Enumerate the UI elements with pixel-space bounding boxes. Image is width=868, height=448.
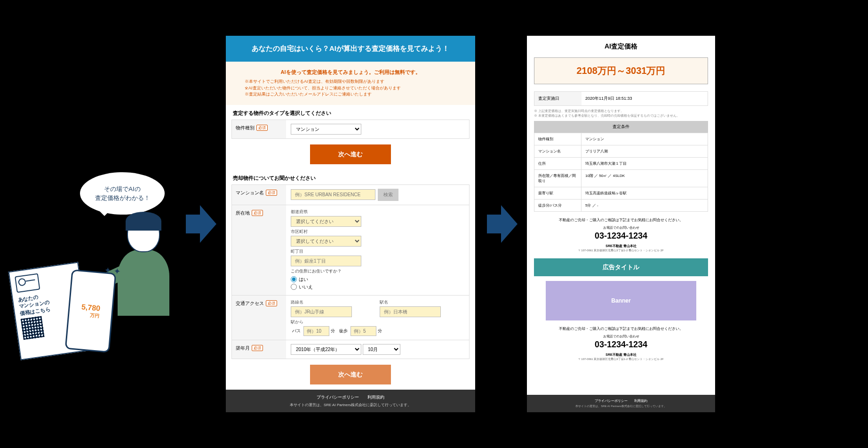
contact-addr-2: 〒107-0061 東京都港区北青山3丁目1-2 青山セント・シオンビル 2F <box>527 357 715 361</box>
result-price: 2108万円～3031万円 <box>577 65 666 76</box>
property-type-label: 物件種別 必須 <box>232 120 286 138</box>
contact-sub: お電話でのお問い合わせ <box>527 225 715 230</box>
required-badge: 必須 <box>256 125 268 131</box>
cond-value: マンション <box>581 133 708 145</box>
phone-illustration: ✦ ✦ 5,780万円 <box>65 269 116 353</box>
date-label: 査定実施日 <box>534 92 581 105</box>
cond-label: 徒歩分/バス分 <box>534 200 581 211</box>
contact-addr: 〒107-0061 東京都港区北青山3丁目1-2 青山セント・シオンビル 2F <box>527 248 715 253</box>
result-price-box: 2108万円～3031万円 <box>534 57 708 84</box>
condition-row: 最寄り駅埼玉高速鉄道線鳩ヶ谷駅 <box>534 187 708 200</box>
bus-input[interactable] <box>303 326 329 336</box>
city-label: 市区町村 <box>291 229 464 235</box>
terms-link[interactable]: 利用規約 <box>634 399 647 402</box>
form-header: あなたの自宅はいくら？AIが算出する査定価格を見てみよう！ <box>226 36 475 62</box>
result-footer: プライバシーポリシー 利用規約 本サイトの運営は、SRE AI Partners… <box>527 395 715 412</box>
form-notice: AIを使って査定価格を見てみましょう。ご利用は無料です。 ※本サイトでご利用いた… <box>226 62 475 105</box>
ad-banner[interactable]: Banner <box>546 281 696 320</box>
privacy-link[interactable]: プライバシーポリシー <box>317 395 359 400</box>
required-badge: 必須 <box>252 210 263 216</box>
next-button-1[interactable]: 次へ進む <box>310 144 391 164</box>
form-panel: あなたの自宅はいくら？AIが算出する査定価格を見てみよう！ AIを使って査定価格… <box>226 36 475 412</box>
required-badge: 必須 <box>266 190 277 196</box>
qr-code-icon <box>21 316 45 340</box>
cond-value: ブリリア八潮 <box>581 145 708 157</box>
pref-label: 都道府県 <box>291 209 464 215</box>
built-month-select[interactable]: 10月 <box>363 344 400 355</box>
illustration-panel: その場でAIの 査定価格がわかる！ あなたの マンションの 価格はこちら ✦ ✦… <box>9 106 174 342</box>
condition-row: 物件種別マンション <box>534 133 708 145</box>
cond-value: 10階 ／ 50㎡ ／ 4SLDK <box>581 170 708 187</box>
line-input[interactable] <box>291 306 352 317</box>
contact-msg-2: 不動産のご売却・ご購入のご相談は下記までお気軽にお問合せください。 <box>527 320 715 334</box>
condition-row: 住所埼玉県八潮市大瀬１丁目 <box>534 158 708 170</box>
town-label: 町丁目 <box>291 248 464 255</box>
cond-value: 5分 ／ - <box>581 200 708 211</box>
cond-value: 埼玉県八潮市大瀬１丁目 <box>581 158 708 169</box>
section2-title: 売却物件についてお聞かせください <box>226 170 475 184</box>
walk-label: 徒歩 <box>339 328 348 334</box>
notice-sub-1: ※本サイトでご利用いただけるAI査定は、有効期限や回数制限があります <box>245 79 456 85</box>
contact-phone: 03-1234-1234 <box>527 230 715 242</box>
bus-label: バス <box>292 328 301 334</box>
pref-select[interactable]: 選択してください <box>291 216 361 227</box>
person-illustration <box>118 215 174 356</box>
notice-main: AIを使って査定価格を見てみましょう。ご利用は無料です。 <box>245 69 456 76</box>
arrow-icon <box>186 205 214 243</box>
access-label: 交通アクセス 必須 <box>232 296 286 340</box>
contact-company-2: SRE不動産 青山本社 <box>527 352 715 357</box>
contact-msg: 不動産のご売却・ご購入のご相談は下記までお気軽にお問合せください。 <box>527 212 715 225</box>
mansion-name-input[interactable] <box>291 189 375 200</box>
contact-sub-2: お電話でのお問い合わせ <box>527 334 715 339</box>
disclaimer: ※ 上記査定価格は、査定実施日時点の査定価格となります。 ※ 本査定価格はあくま… <box>527 106 715 121</box>
result-title: AI査定価格 <box>527 36 715 57</box>
cond-label: 所在階／専有面積／間取り <box>534 170 581 187</box>
cond-value: 埼玉高速鉄道線鳩ヶ谷駅 <box>581 187 708 199</box>
ad-title: 広告タイトル <box>534 258 708 276</box>
condition-row: マンション名ブリリア八潮 <box>534 145 708 158</box>
station-label: 駅名 <box>380 299 465 305</box>
radio-no[interactable]: いいえ <box>291 284 464 290</box>
cond-label: マンション名 <box>534 145 581 157</box>
result-panel: AI査定価格 2108万円～3031万円 査定実施日 2020年11月9日 18… <box>527 36 715 412</box>
spark-icon: ✦ ✦ <box>104 265 121 277</box>
town-input[interactable] <box>291 256 361 266</box>
terms-link[interactable]: 利用規約 <box>367 395 384 400</box>
location-label: 所在地 必須 <box>232 205 286 295</box>
built-label: 築年月 必須 <box>232 340 286 359</box>
city-select[interactable]: 選択してください <box>291 236 361 247</box>
contact-company: SRE不動産 青山本社 <box>527 244 715 248</box>
phone-price: 5,780万円 <box>80 303 101 319</box>
footer-note: 本サイトの運営は、SRE AI Partners株式会社に委託して行っています。 <box>531 404 711 408</box>
next-button-2[interactable]: 次へ進む <box>310 365 391 384</box>
built-year-select[interactable]: 2010年（平成22年） <box>291 344 361 355</box>
residence-question: この住所にお住いですか？ <box>291 268 464 274</box>
notice-sub-2: ※AI査定いただいた物件について、担当よりご連絡させていただく場合があります <box>245 85 456 92</box>
from-station-label: 駅から <box>291 319 464 325</box>
condition-row: 徒歩分/バス分5分 ／ - <box>534 200 708 212</box>
required-badge: 必須 <box>252 345 263 351</box>
condition-row: 所在階／専有面積／間取り10階 ／ 50㎡ ／ 4SLDK <box>534 170 708 187</box>
cond-label: 住所 <box>534 158 581 169</box>
date-value: 2020年11月9日 18:51:33 <box>581 92 708 105</box>
mansion-name-label: マンション名 必須 <box>232 185 286 205</box>
cond-label: 最寄り駅 <box>534 187 581 199</box>
footer-note: 本サイトの運営は、SRE AI Partners株式会社に委託して行っています。 <box>231 402 470 408</box>
contact-phone-2: 03-1234-1234 <box>527 339 715 351</box>
speech-text: その場でAIの 査定価格がわかる！ <box>95 184 150 203</box>
station-input[interactable] <box>380 306 441 317</box>
walk-input[interactable] <box>350 326 376 336</box>
speech-bubble: その場でAIの 査定価格がわかる！ <box>80 172 165 215</box>
cond-label: 物件種別 <box>534 133 581 145</box>
conditions-header: 査定条件 <box>534 121 708 133</box>
form-footer: プライバシーポリシー 利用規約 本サイトの運営は、SRE AI Partners… <box>226 390 475 412</box>
search-button[interactable]: 検索 <box>378 189 398 201</box>
arrow-icon <box>487 205 515 243</box>
section1-title: 査定する物件のタイプを選択してください <box>226 105 475 120</box>
privacy-link[interactable]: プライバシーポリシー <box>595 399 628 402</box>
radio-yes[interactable]: はい <box>291 276 464 283</box>
property-type-select[interactable]: マンション <box>291 124 361 135</box>
line-label: 路線名 <box>291 299 376 305</box>
notice-sub-3: ※査定結果はご入力いただいたメールアドレスにご連絡いたします <box>245 91 456 98</box>
required-badge: 必須 <box>266 300 277 306</box>
